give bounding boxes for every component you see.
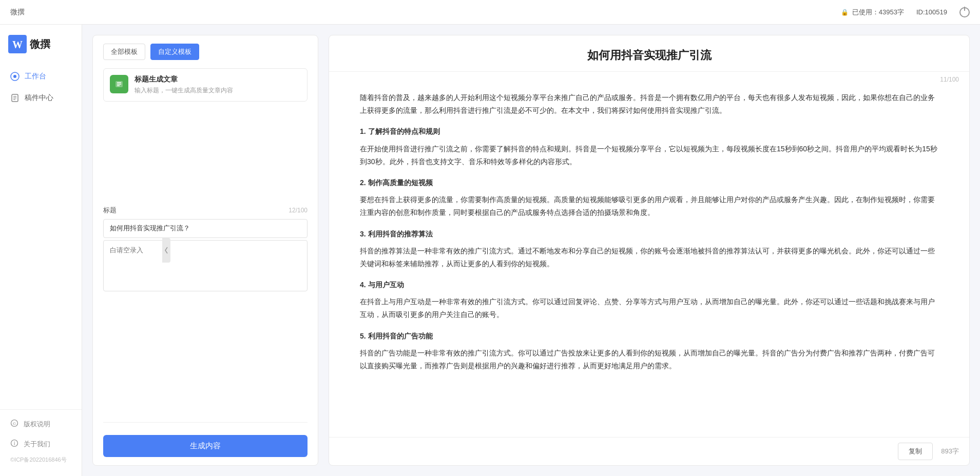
article-footer: 复制 893字: [329, 437, 969, 465]
tab-custom-templates[interactable]: 自定义模板: [150, 44, 199, 60]
title-label: 标题: [103, 206, 117, 215]
svg-point-3: [13, 75, 16, 78]
sidebar: W 微撰 工作台: [0, 25, 82, 476]
drafts-icon: [10, 93, 20, 103]
article-title: 如何用抖音实现推广引流: [360, 48, 938, 63]
template-icon: [110, 75, 128, 93]
article-section-content-4: 在抖音上与用户互动是一种非常有效的推广引流方式。你可以通过回复评论、点赞、分享等…: [360, 295, 938, 321]
info-icon: i: [10, 439, 18, 449]
keywords-textarea[interactable]: [103, 240, 308, 291]
right-panel: 如何用抖音实现推广引流 11/100 随着抖音的普及，越来越多的人开始利用这个短…: [329, 35, 970, 466]
article-body[interactable]: 随着抖音的普及，越来越多的人开始利用这个短视频分享平台来推广自己的产品或服务。抖…: [329, 83, 969, 437]
title-label-row: 标题 12/100: [103, 206, 308, 215]
article-section-content-0: 随着抖音的普及，越来越多的人开始利用这个短视频分享平台来推广自己的产品或服务。抖…: [360, 91, 938, 117]
usage-info: 🔒 已使用：43953字: [841, 8, 904, 17]
template-list: 标题生成文章 输入标题，一键生成高质量文章内容: [93, 60, 318, 197]
title-char-count: 12/100: [289, 207, 308, 214]
template-title: 标题生成文章: [134, 75, 301, 84]
title-input[interactable]: [103, 219, 308, 238]
article-section-content-5: 抖音的广告功能是一种非常有效的推广引流方式。你可以通过广告投放来让更多的人看到你…: [360, 347, 938, 372]
sidebar-logo: W 微撰: [0, 25, 82, 62]
left-panel: 全部模板 自定义模板 标题生成文章: [92, 35, 318, 466]
article-section-heading-3: 3. 利用抖音的推荐算法: [360, 228, 938, 241]
content-area: 全部模板 自定义模板 标题生成文章: [82, 25, 980, 476]
article-header: 如何用抖音实现推广引流: [329, 35, 969, 72]
topbar-title: 微撰: [10, 8, 25, 17]
lock-icon: 🔒: [841, 8, 849, 16]
main-layout: W 微撰 工作台: [0, 25, 980, 476]
sidebar-bottom: © 版权说明 i 关于我们 ©ICP备2022016846号: [0, 409, 82, 476]
article-section-content-1: 在开始使用抖音进行推广引流之前，你需要了解抖音的特点和规则。抖音是一个短视频分享…: [360, 143, 938, 168]
sidebar-label-drafts: 稿件中心: [25, 93, 53, 103]
user-id: ID:100519: [916, 8, 947, 16]
logo-text: 微撰: [30, 37, 50, 51]
sidebar-item-workbench[interactable]: 工作台: [0, 66, 82, 87]
sidebar-item-drafts[interactable]: 稿件中心: [0, 87, 82, 109]
sidebar-label-about: 关于我们: [24, 440, 50, 449]
article-section-heading-5: 5. 利用抖音的广告功能: [360, 330, 938, 343]
usage-label: 已使用：43953字: [852, 8, 904, 17]
sidebar-item-copyright[interactable]: © 版权说明: [0, 414, 82, 434]
form-section: 标题 12/100 白请空录入: [93, 197, 318, 293]
sidebar-nav: 工作台 稿件中心: [0, 62, 82, 113]
topbar-right: 🔒 已使用：43953字 ID:100519: [841, 7, 970, 17]
article-section-content-3: 抖音的推荐算法是一种非常有效的推广引流方式。通过不断地发布和分享自己的短视频，你…: [360, 245, 938, 270]
copy-button[interactable]: 复制: [898, 443, 933, 460]
icp-text: ©ICP备2022016846号: [0, 454, 82, 466]
article-section-content-2: 要想在抖音上获得更多的流量，你需要制作高质量的短视频。高质量的短视频能够吸引更多…: [360, 193, 938, 219]
generate-button[interactable]: 生成内容: [103, 435, 308, 457]
tab-bar: 全部模板 自定义模板: [93, 35, 318, 60]
workbench-icon: [10, 72, 20, 81]
left-panel-footer: 生成内容: [93, 414, 318, 465]
sidebar-item-about[interactable]: i 关于我们: [0, 434, 82, 454]
article-section-heading-2: 2. 制作高质量的短视频: [360, 176, 938, 189]
svg-text:W: W: [12, 39, 23, 50]
topbar: 微撰 🔒 已使用：43953字 ID:100519: [0, 0, 980, 25]
collapse-button[interactable]: [162, 238, 170, 263]
sidebar-label-workbench: 工作台: [25, 72, 46, 81]
svg-text:i: i: [14, 441, 15, 446]
divider: [103, 422, 308, 423]
template-info: 标题生成文章 输入标题，一键生成高质量文章内容: [134, 75, 301, 95]
sidebar-label-copyright: 版权说明: [24, 420, 50, 429]
sidebar-top: W 微撰 工作台: [0, 25, 82, 113]
svg-text:©: ©: [13, 421, 16, 426]
copyright-icon: ©: [10, 419, 18, 429]
logo-icon: W: [8, 35, 27, 53]
article-section-heading-4: 4. 与用户互动: [360, 279, 938, 291]
word-count: 893字: [941, 447, 959, 456]
power-icon[interactable]: [959, 7, 970, 17]
article-section-heading-1: 1. 了解抖音的特点和规则: [360, 125, 938, 138]
template-desc: 输入标题，一键生成高质量文章内容: [134, 86, 301, 95]
tab-all-templates[interactable]: 全部模板: [103, 44, 145, 60]
article-page-count: 11/100: [329, 72, 969, 83]
template-card[interactable]: 标题生成文章 输入标题，一键生成高质量文章内容: [103, 68, 308, 102]
